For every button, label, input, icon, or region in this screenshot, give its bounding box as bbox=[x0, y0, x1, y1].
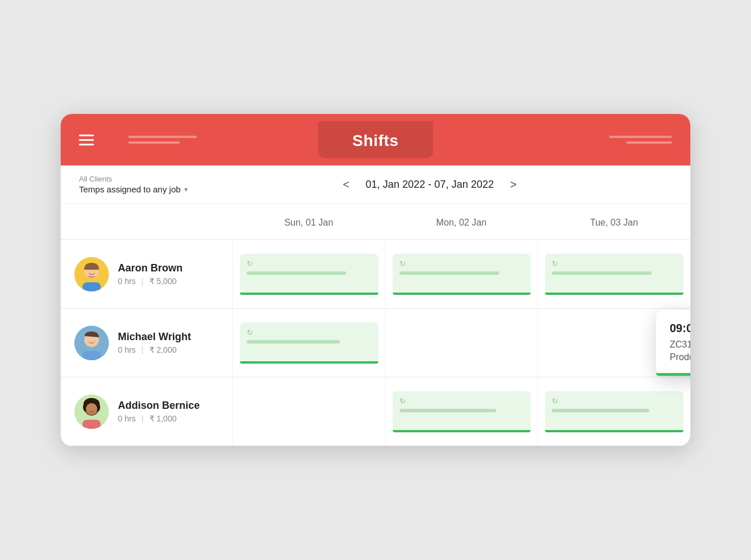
shift-cell-aaron-mon[interactable]: ↻ bbox=[385, 240, 538, 308]
tooltip-role: Product Manager bbox=[670, 352, 690, 362]
shift-cell-michael-tue[interactable]: 09:00 AM - 6:00 PM ZC3168 Product Manage… bbox=[537, 309, 690, 377]
menu-icon[interactable] bbox=[79, 135, 94, 145]
shift-bottom-bar bbox=[240, 361, 378, 364]
shift-line bbox=[247, 271, 346, 275]
employee-name-aaron: Aaron Brown bbox=[118, 262, 183, 274]
employee-stats-aaron: 0 hrs | ₹ 5,000 bbox=[118, 277, 183, 286]
employee-details-addison: Addison Bernice 0 hrs | ₹ 1,000 bbox=[118, 400, 200, 423]
shift-card[interactable]: ↻ bbox=[545, 391, 683, 432]
repeat-icon: ↻ bbox=[247, 259, 371, 268]
repeat-icon: ↻ bbox=[247, 328, 371, 337]
employee-info-aaron: Aaron Brown 0 hrs | ₹ 5,000 bbox=[61, 246, 232, 303]
filter-area: All Clients Temps assigned to any job ▾ bbox=[79, 175, 188, 194]
shift-tooltip: 09:00 AM - 6:00 PM ZC3168 Product Manage… bbox=[656, 310, 690, 376]
header: Shifts bbox=[61, 114, 690, 165]
avatar-michael bbox=[74, 326, 109, 360]
header-right-lines bbox=[609, 136, 672, 144]
date-nav: < 01, Jan 2022 - 07, Jan 2022 > bbox=[338, 176, 521, 194]
hours-addison: 0 hrs bbox=[118, 414, 136, 423]
shift-cell-aaron-tue[interactable]: ↻ bbox=[537, 240, 690, 308]
repeat-icon: ↻ bbox=[552, 397, 677, 405]
shift-cell-michael-sun[interactable]: ↻ bbox=[232, 309, 385, 377]
header-line-2 bbox=[128, 141, 180, 144]
calendar: Sun, 01 Jan Mon, 02 Jan Tue, 03 Jan bbox=[61, 213, 690, 446]
avatar-aaron bbox=[74, 257, 109, 291]
table-row: Michael Wright 0 hrs | ₹ 2,000 ↻ bbox=[61, 309, 690, 377]
shift-bottom-bar bbox=[393, 293, 531, 295]
hours-aaron: 0 hrs bbox=[118, 277, 136, 286]
amount-aaron: ₹ 5,000 bbox=[149, 277, 177, 286]
shift-cell-addison-mon[interactable]: ↻ bbox=[385, 377, 538, 445]
shift-bottom-bar bbox=[240, 293, 378, 295]
employee-name-michael: Michael Wright bbox=[118, 331, 191, 343]
employee-details-michael: Michael Wright 0 hrs | ₹ 2,000 bbox=[118, 331, 191, 354]
amount-michael: ₹ 2,000 bbox=[149, 345, 177, 354]
shift-bottom-bar bbox=[545, 293, 683, 295]
filter-value: Temps assigned to any job bbox=[79, 184, 181, 194]
shift-line bbox=[400, 409, 497, 412]
repeat-icon: ↻ bbox=[400, 397, 524, 405]
filter-label: All Clients bbox=[79, 175, 188, 183]
employee-name-addison: Addison Bernice bbox=[118, 400, 200, 412]
shift-cell-aaron-sun[interactable]: ↻ bbox=[232, 240, 385, 308]
calendar-header-row: Sun, 01 Jan Mon, 02 Jan Tue, 03 Jan bbox=[61, 213, 690, 240]
repeat-icon: ↻ bbox=[400, 259, 524, 268]
svg-rect-2 bbox=[82, 282, 101, 291]
app-container: Shifts All Clients Temps assigned to any… bbox=[61, 114, 690, 446]
shift-line bbox=[552, 271, 651, 275]
shift-line bbox=[400, 271, 499, 275]
employee-info-addison: Addison Bernice 0 hrs | ₹ 1,000 bbox=[61, 383, 232, 440]
calendar-day-sun: Sun, 01 Jan bbox=[232, 213, 385, 232]
shift-card[interactable]: ↻ bbox=[545, 254, 683, 295]
tooltip-time: 09:00 AM - 6:00 PM bbox=[670, 321, 690, 334]
filter-dropdown[interactable]: Temps assigned to any job ▾ bbox=[79, 184, 188, 194]
shift-card[interactable]: ↻ bbox=[393, 254, 531, 295]
shift-card[interactable]: ↻ bbox=[240, 254, 378, 295]
employee-info-michael: Michael Wright 0 hrs | ₹ 2,000 bbox=[61, 314, 232, 372]
shift-bottom-bar bbox=[545, 430, 683, 432]
shift-line bbox=[552, 409, 649, 412]
subheader: All Clients Temps assigned to any job ▾ … bbox=[61, 165, 690, 204]
next-arrow[interactable]: > bbox=[505, 176, 521, 194]
page-title: Shifts bbox=[353, 132, 399, 150]
shift-cell-michael-mon bbox=[385, 309, 538, 377]
header-left-lines bbox=[128, 136, 197, 144]
shift-bottom-bar bbox=[393, 430, 531, 432]
header-title-area: Shifts bbox=[318, 121, 433, 158]
date-range: 01, Jan 2022 - 07, Jan 2022 bbox=[366, 179, 494, 191]
employee-stats-michael: 0 hrs | ₹ 2,000 bbox=[118, 345, 191, 354]
amount-addison: ₹ 1,000 bbox=[149, 414, 177, 423]
table-row: Aaron Brown 0 hrs | ₹ 5,000 ↻ bbox=[61, 240, 690, 309]
header-line-1 bbox=[128, 136, 197, 138]
svg-point-11 bbox=[86, 403, 97, 415]
header-line-4 bbox=[626, 141, 672, 144]
employee-details-aaron: Aaron Brown 0 hrs | ₹ 5,000 bbox=[118, 262, 183, 286]
prev-arrow[interactable]: < bbox=[338, 176, 354, 194]
chevron-down-icon: ▾ bbox=[184, 186, 188, 194]
calendar-day-mon: Mon, 02 Jan bbox=[385, 213, 538, 232]
shift-card[interactable]: ↻ bbox=[393, 391, 531, 432]
calendar-day-tue: Tue, 03 Jan bbox=[537, 213, 690, 232]
table-row: Addison Bernice 0 hrs | ₹ 1,000 ↻ bbox=[61, 377, 690, 446]
tooltip-bottom-bar bbox=[656, 373, 690, 376]
shift-cell-addison-sun bbox=[232, 377, 385, 445]
shift-card[interactable]: ↻ bbox=[240, 322, 378, 364]
svg-rect-5 bbox=[82, 351, 101, 360]
calendar-empty-header bbox=[61, 213, 232, 232]
tooltip-code: ZC3168 bbox=[670, 339, 690, 349]
svg-rect-12 bbox=[82, 420, 101, 429]
shift-line bbox=[247, 340, 340, 344]
header-line-3 bbox=[609, 136, 672, 138]
avatar-addison bbox=[74, 395, 109, 429]
employee-stats-addison: 0 hrs | ₹ 1,000 bbox=[118, 414, 200, 423]
shift-cell-addison-tue[interactable]: ↻ bbox=[537, 377, 690, 445]
repeat-icon: ↻ bbox=[552, 259, 677, 268]
hours-michael: 0 hrs bbox=[118, 345, 136, 354]
